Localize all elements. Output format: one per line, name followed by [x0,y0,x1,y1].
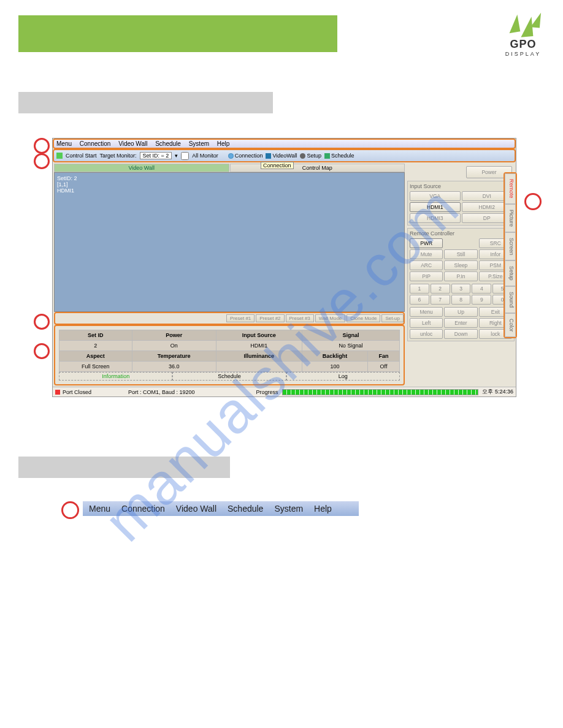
input-btn[interactable]: HDMI1 [410,202,461,212]
clone-mode-button[interactable]: Clone Mode [347,314,380,322]
menu-item[interactable]: Help [217,140,230,147]
nav-unloc[interactable]: unloc [410,329,443,339]
menu-item[interactable]: Schedule [228,504,263,514]
globe-icon [228,153,234,159]
grid-icon [266,153,271,159]
side-tabs: Remote Picture Screen Setup Sound Color [504,172,517,338]
remote-panel: Remote Controller PWR SRC Mute Still Inf… [407,228,515,341]
overlay-src: HDMI1 [57,188,402,194]
cell-value: Off [368,362,400,372]
panel-title: Remote Controller [410,230,512,237]
target-monitor-label: Target Monitor: [100,153,137,159]
remote-btn[interactable]: ARC [410,260,443,270]
remote-btn[interactable]: P.In [444,271,477,281]
overlay-pos: [1,1] [57,181,402,188]
menu-item[interactable]: Connection [80,140,111,147]
preset-button[interactable]: Preset #3 [286,314,314,322]
num-btn[interactable]: 3 [451,284,471,294]
remote-btn[interactable]: PWR [410,238,443,248]
num-btn[interactable]: 4 [472,284,491,294]
port-status-icon [55,390,60,395]
menu-item[interactable]: Menu [56,140,72,147]
menu-bar: Menu Connection Video Wall Schedule Syst… [53,138,516,149]
num-btn[interactable]: 8 [451,295,471,305]
tool-bar: Control Start Target Monitor: Set ID: = … [53,149,516,162]
nav-enter[interactable]: Enter [444,318,477,328]
logo-sub: DISPLAY [502,51,545,57]
side-tab-setup[interactable]: Setup [505,260,516,286]
callout-marker-2 [34,153,50,169]
col-header: Aspect [59,351,132,362]
remote-btn[interactable]: Mute [410,249,443,259]
preset-button[interactable]: Preset #1 [226,314,255,322]
num-btn[interactable]: 7 [431,295,450,305]
col-header: Backlight [302,351,367,362]
status-bar: Port Closed Port : COM1, Baud : 19200 Pr… [53,387,516,396]
num-btn[interactable]: 2 [431,284,450,294]
num-btn[interactable]: 9 [472,295,491,305]
menu-item[interactable]: Video Wall [118,140,147,147]
schedule-button[interactable]: Schedule [324,153,354,159]
num-btn[interactable]: 6 [410,295,429,305]
side-tab-remote[interactable]: Remote [505,173,516,204]
overlay-setid: SetID: 2 [57,175,402,181]
tab-video-wall[interactable]: Video Wall [54,164,229,172]
side-tab-color[interactable]: Color [505,313,516,338]
nav-up[interactable]: Up [444,307,477,317]
menu-item[interactable]: System [189,140,209,147]
remote-btn[interactable]: Still [444,249,477,259]
tab-control-map[interactable]: Control Map [230,164,405,172]
callout-marker-4 [34,343,50,359]
menu-item[interactable]: Video Wall [176,504,216,514]
side-tab-screen[interactable]: Screen [505,232,516,261]
menu-item[interactable]: System [274,504,303,514]
cell-value [216,362,302,372]
col-header: Temperature [132,351,216,362]
preset-button[interactable]: Preset #2 [256,314,284,322]
cell-value: HDMI1 [216,341,302,351]
info-panel: Set ID Power Input Source Signal 2 On HD… [54,325,405,385]
nav-down[interactable]: Down [444,329,477,339]
logo: GPO DISPLAY [502,12,545,57]
all-monitor-checkbox[interactable] [181,152,189,160]
tab-information[interactable]: Information [59,372,172,381]
nav-left[interactable]: Left [410,318,443,328]
col-header: Input Source [216,330,302,341]
cell-value: Full Screen [59,362,132,372]
menu-bar-enlarged: Menu Connection Video Wall Schedule Syst… [83,501,359,516]
tab-log[interactable]: Log [286,372,400,381]
cell-value: On [132,341,216,351]
col-header: Signal [302,330,399,341]
section-heading-2 [18,457,230,478]
input-btn[interactable]: VGA [410,191,461,201]
info-tabs: Information Schedule Log [59,372,400,381]
setup-button[interactable]: Set-up [381,314,404,322]
num-btn[interactable]: 1 [410,284,429,294]
videowall-button[interactable]: VideoWall [266,153,297,159]
status-dot-icon [56,153,63,159]
connection-button[interactable]: Connection [228,153,263,159]
port-status: Port Closed [63,389,91,395]
side-tab-picture[interactable]: Picture [505,204,516,232]
control-start-label[interactable]: Control Start [66,153,97,159]
menu-item[interactable]: Help [314,504,332,514]
col-header: Power [132,330,216,341]
nav-menu[interactable]: Menu [410,307,443,317]
remote-btn[interactable]: PIP [410,271,443,281]
input-btn[interactable]: HDMI3 [410,213,461,223]
setup-button[interactable]: Setup [300,153,321,159]
video-preview: SetID: 2 [1,1] HDMI1 [54,172,405,312]
menu-item[interactable]: Connection [121,504,165,514]
menu-item[interactable]: Menu [89,504,110,514]
right-column: Power Input Source VGA DVI HDMI1 HDMI2 H… [407,164,515,385]
tab-schedule[interactable]: Schedule [172,372,286,381]
menu-item[interactable]: Schedule [155,140,181,147]
col-header: Illuminance [216,351,302,362]
col-header: Set ID [59,330,132,341]
wall-mode-button[interactable]: Wall Mode [315,314,346,322]
set-id-select[interactable]: Set ID: = 2 [140,152,172,159]
connection-tooltip: Connection [261,162,294,169]
side-tab-sound[interactable]: Sound [505,286,516,313]
remote-btn[interactable]: Sleep [444,260,477,270]
progress-bar [282,389,479,395]
